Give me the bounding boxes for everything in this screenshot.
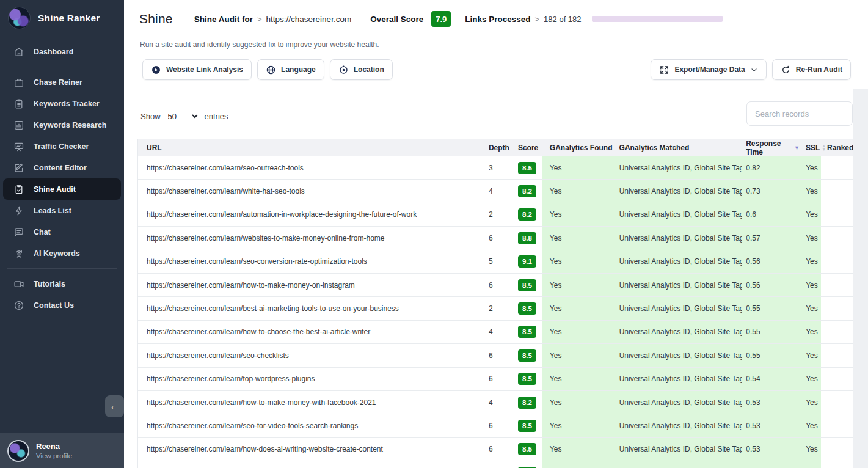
brand: Shine Ranker <box>0 0 124 37</box>
score-cell: 8.2 <box>507 203 542 226</box>
ganalytics-matched-cell: Universal Analytics ID, Global Site Tag <box>617 250 742 273</box>
column-header-depth[interactable]: Depth <box>476 139 507 156</box>
ganalytics-matched-cell <box>617 461 742 468</box>
column-label: SSL <box>806 144 820 152</box>
video-icon <box>13 279 24 290</box>
sidebar-item-content-editor[interactable]: Content Editor <box>3 157 121 178</box>
sidebar-item-dashboard[interactable]: Dashboard <box>3 41 121 62</box>
sidebar-collapse-button[interactable]: ← <box>105 395 124 417</box>
links-processed-label: Links Processed <box>465 15 530 24</box>
sidebar-item-keywords-tracker[interactable]: Keywords Tracker <box>3 93 121 114</box>
ganalytics-found-cell: Yes <box>542 344 617 367</box>
url-cell: https://chasereiner.com/learn/seo-checkl… <box>138 344 476 367</box>
score-cell: 8.8 <box>507 227 542 249</box>
column-header-ranked[interactable]: Ranked <box>821 139 853 156</box>
ganalytics-matched-cell: Universal Analytics ID, Global Site Tag <box>617 227 742 249</box>
sidebar-item-shine-audit[interactable]: Shine Audit <box>3 178 121 200</box>
ganalytics-found-cell: Yes <box>542 414 617 437</box>
score-badge: 9.1 <box>518 255 536 268</box>
website-link-analysis-label: Website Link Analysis <box>166 65 243 74</box>
location-button[interactable]: Location <box>330 59 393 80</box>
depth-cell: 2 <box>476 297 507 320</box>
url-cell: https://chasereiner.com/learn/best-ai-ma… <box>138 297 476 320</box>
edit-icon <box>13 163 24 174</box>
sidebar-item-label: Contact Us <box>34 301 74 310</box>
column-header-matched[interactable]: GAnalytics Matched <box>617 139 742 156</box>
ganalytics-found-cell: Yes <box>542 321 617 343</box>
table-row: https://chasereiner.com/learn/how-to-mak… <box>138 391 853 414</box>
ssl-cell: Yes <box>800 180 821 202</box>
table-row: https://chasereiner.com/learn/seo-conver… <box>138 250 853 274</box>
response-time-cell: 0.6 <box>742 203 800 226</box>
response-time-cell <box>742 461 800 468</box>
sidebar-item-chat[interactable]: Chat <box>3 221 121 243</box>
location-label: Location <box>354 65 384 74</box>
url-cell: https://chasereiner.com/learn/seo-conver… <box>138 250 476 273</box>
sidebar: Shine Ranker DashboardChase ReinerKeywor… <box>0 0 124 468</box>
score-badge: 8.5 <box>518 162 536 174</box>
sidebar-item-label: Dashboard <box>34 48 73 56</box>
response-time-cell: 0.73 <box>742 180 800 202</box>
sidebar-item-traffic-checker[interactable]: Traffic Checker <box>3 136 121 157</box>
depth-cell: 5 <box>476 250 507 273</box>
ganalytics-matched-cell: Universal Analytics ID, Global Site Tag <box>617 414 742 437</box>
url-cell: https://chasereiner.com/learn/how-to-cho… <box>138 321 476 343</box>
column-header-ssl[interactable]: SSL▲▼ <box>800 139 821 156</box>
sidebar-item-ai-keywords[interactable]: AI Keywords <box>3 243 121 264</box>
response-time-cell: 0.53 <box>742 391 800 414</box>
column-label: Ranked <box>827 144 853 152</box>
audit-for-label: Shine Audit for <box>194 15 253 24</box>
score-cell: 8.5 <box>507 321 542 343</box>
depth-cell: 3 <box>476 156 507 179</box>
ssl-cell: Yes <box>800 297 821 320</box>
sidebar-item-chase-reiner[interactable]: Chase Reiner <box>3 71 121 93</box>
ganalytics-matched-cell: Universal Analytics ID, Global Site Tag <box>617 274 742 296</box>
table-row-partial <box>138 461 853 468</box>
language-button[interactable]: Language <box>257 59 324 80</box>
url-cell: https://chasereiner.com/learn/how-to-mak… <box>138 274 476 296</box>
score-badge: 8.2 <box>518 208 536 221</box>
score-badge: 8.8 <box>518 232 536 244</box>
column-label: GAnalytics Found <box>550 144 613 152</box>
ssl-cell: Yes <box>800 368 821 390</box>
ranked-cell <box>821 344 853 367</box>
sidebar-item-contact-us[interactable]: Contact Us <box>3 294 121 316</box>
play-circle-icon <box>151 65 161 75</box>
page-size-select[interactable]: 50 <box>166 109 200 123</box>
ssl-cell: Yes <box>800 438 821 461</box>
column-header-response[interactable]: Response Time▼ <box>742 139 800 156</box>
ranked-cell <box>821 438 853 461</box>
sidebar-item-leads-list[interactable]: Leads List <box>3 200 121 221</box>
score-cell: 8.2 <box>507 391 542 414</box>
website-link-analysis-button[interactable]: Website Link Analysis <box>142 59 252 80</box>
search-input[interactable] <box>746 101 853 126</box>
user-profile[interactable]: Reena View profile <box>0 433 124 468</box>
column-header-found[interactable]: GAnalytics Found <box>542 139 617 156</box>
ganalytics-matched-cell: Universal Analytics ID, Global Site Tag <box>617 180 742 202</box>
rerun-audit-button[interactable]: Re-Run Audit <box>772 59 851 80</box>
url-cell: https://chasereiner.com/learn/websites-t… <box>138 227 476 249</box>
ranked-cell <box>821 180 853 202</box>
score-cell <box>507 461 542 468</box>
table-row: https://chasereiner.com/learn/seo-checkl… <box>138 344 853 367</box>
sidebar-item-keywords-research[interactable]: Keywords Research <box>3 114 121 136</box>
column-header-url[interactable]: URL <box>138 139 476 156</box>
avatar <box>7 440 29 462</box>
depth-cell: 6 <box>476 438 507 461</box>
traffic-chart-icon <box>13 141 24 152</box>
chat-icon <box>13 227 24 238</box>
score-badge: 8.5 <box>518 349 536 362</box>
main-content: Shine Shine Audit for > https://chaserei… <box>124 0 868 468</box>
column-header-score[interactable]: Score <box>507 139 542 156</box>
export-manage-data-button[interactable]: Export/Manage Data <box>651 59 766 80</box>
ranked-cell <box>821 250 853 273</box>
nav-divider <box>7 67 117 67</box>
view-profile-link[interactable]: View profile <box>36 452 72 459</box>
table-row: https://chasereiner.com/learn/best-ai-ma… <box>138 297 853 320</box>
sidebar-item-label: Keywords Tracker <box>34 100 100 108</box>
ranked-cell <box>821 321 853 343</box>
score-cell: 8.5 <box>507 438 542 461</box>
sidebar-item-label: Content Editor <box>34 164 87 172</box>
sidebar-item-tutorials[interactable]: Tutorials <box>3 273 121 294</box>
sidebar-item-label: Tutorials <box>34 280 65 288</box>
